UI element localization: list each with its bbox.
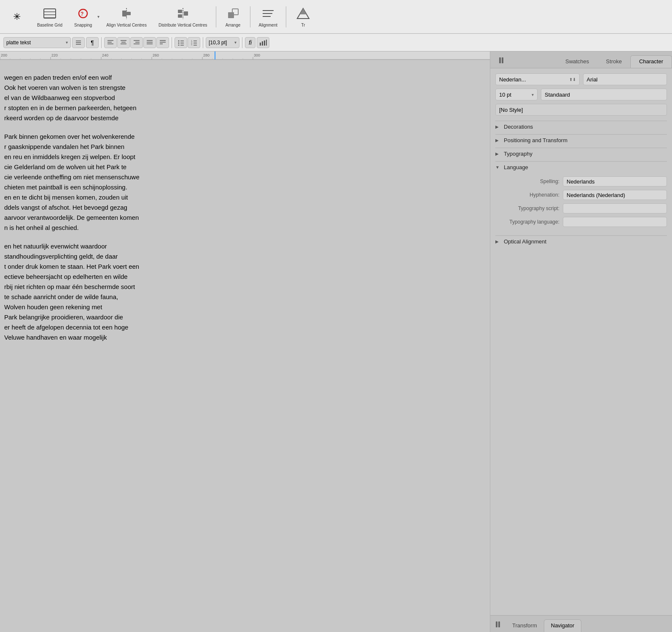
font-style-select[interactable]: platte tekst ▾ [3, 37, 71, 48]
panel-content: Nederlan... ⬆⬇ Arial 10 pt ▾ Standaard [… [490, 68, 672, 615]
svg-text:200: 200 [1, 53, 7, 57]
toolbar-divider-1 [216, 6, 216, 27]
toolbar-divider-2 [250, 6, 250, 27]
font-size-field[interactable]: 10 pt ▾ [495, 89, 538, 100]
align-justify-button[interactable] [143, 37, 156, 48]
alignment-icon [260, 6, 277, 21]
no-style-label: [No Style] [499, 107, 523, 113]
align-last-button[interactable] [156, 37, 169, 48]
decorations-title: Decorations [504, 124, 533, 130]
bottom-pause-button[interactable] [492, 618, 504, 630]
svg-text:300: 300 [254, 53, 260, 57]
font-style-arrow: ▾ [66, 40, 68, 45]
typo-script-field[interactable] [563, 203, 667, 213]
text-paragraph-3: en het natuurlijk evenwicht waardoorstan… [4, 241, 481, 343]
tab-stroke[interactable]: Stroke [597, 56, 630, 68]
section-positioning[interactable]: ▶ Positioning and Transform [495, 134, 667, 146]
asterisk-icon: ✳ [8, 9, 25, 24]
align-vertical-label: Align Vertical Centres [106, 23, 147, 27]
language-header[interactable]: ▼ Language [495, 162, 667, 173]
svg-rect-89 [502, 57, 503, 63]
font-name-field[interactable]: Arial [583, 73, 667, 85]
tab-transform[interactable]: Transform [505, 620, 544, 632]
typo-lang-field[interactable] [563, 217, 667, 227]
spelling-label: Spelling: [495, 178, 563, 184]
font-name-row: Nederlan... ⬆⬇ Arial [495, 73, 667, 85]
optical-chevron: ▶ [495, 239, 501, 244]
distribute-vertical-icon [175, 6, 191, 21]
chart-button[interactable] [257, 37, 269, 48]
transform-button[interactable]: Tr [290, 4, 317, 29]
svg-text:240: 240 [102, 53, 108, 57]
align-right-button[interactable] [130, 37, 143, 48]
tb2-divider-4 [242, 37, 242, 48]
transform-icon [295, 6, 312, 21]
align-left-button[interactable] [104, 37, 117, 48]
svg-rect-12 [184, 11, 188, 16]
align-center-button[interactable] [117, 37, 130, 48]
snapping-arrow[interactable]: ▾ [97, 14, 99, 19]
svg-point-38 [178, 40, 180, 41]
font-size-value: 10 pt [499, 92, 511, 98]
paragraph-mark-button[interactable]: ¶ [86, 37, 99, 48]
baseline-grid-button[interactable]: Baseline Grid [32, 4, 67, 29]
toolbar-asterisk[interactable]: ✳ [3, 8, 30, 26]
fi-ligature-button[interactable]: fi [245, 37, 255, 48]
typo-lang-row: Typography language: [495, 217, 667, 227]
alignment-group [104, 37, 169, 48]
positioning-chevron: ▶ [495, 138, 501, 143]
panel-collapse-button[interactable] [495, 54, 507, 66]
tab-swatches[interactable]: Swatches [557, 56, 597, 68]
alignment-label: Alignment [259, 23, 277, 27]
distribute-vertical-label: Distribute Vertical Centres [159, 23, 207, 27]
indent-decrease-button[interactable] [72, 37, 85, 48]
font-style-field[interactable]: Standaard [541, 89, 667, 100]
text-content-1: wegen en paden treden en/of een wolfOok … [4, 74, 137, 122]
snapping-button[interactable]: ? Snapping [69, 4, 97, 29]
spelling-value[interactable]: Nederlands [563, 176, 667, 186]
svg-rect-7 [122, 11, 126, 16]
alignment-button[interactable]: Alignment [254, 4, 282, 29]
tb2-divider-1 [101, 37, 102, 48]
arrange-label: Arrange [226, 23, 241, 27]
font-size-select[interactable]: [10,3 pt] ▾ [206, 37, 239, 48]
svg-rect-10 [178, 10, 182, 13]
typo-script-label: Typography script: [495, 205, 563, 211]
numbered-list-button[interactable]: 1. 2. 3. [188, 37, 200, 48]
font-size-row: 10 pt ▾ Standaard [495, 89, 667, 100]
fi-ligature-label: fi [249, 39, 252, 46]
hyphenation-value[interactable]: Nederlands (Nederland) [563, 190, 667, 200]
bullet-list-button[interactable] [175, 37, 187, 48]
font-style-label: platte tekst [6, 40, 31, 46]
section-optical[interactable]: ▶ Optical Alignment [495, 235, 667, 247]
svg-rect-51 [262, 41, 263, 46]
arrange-button[interactable]: Arrange [220, 4, 247, 29]
distribute-vertical-button[interactable]: Distribute Vertical Centres [153, 4, 212, 29]
panel-tabs: Swatches Stroke Character [490, 51, 672, 68]
ruler: 200 220 240 260 280 300 [0, 51, 490, 60]
no-style-field[interactable]: [No Style] [495, 104, 667, 116]
align-vertical-button[interactable]: Align Vertical Centres [101, 4, 152, 29]
typography-chevron: ▶ [495, 151, 501, 156]
text-canvas: wegen en paden treden en/of een wolfOok … [0, 60, 490, 632]
svg-text:220: 220 [51, 53, 58, 57]
tab-character[interactable]: Character [630, 55, 672, 68]
font-style-value: Standaard [545, 92, 570, 98]
section-decorations[interactable]: ▶ Decorations [495, 121, 667, 132]
typo-script-row: Typography script: [495, 203, 667, 213]
svg-rect-50 [260, 43, 261, 46]
list-group: 1. 2. 3. [175, 37, 200, 48]
language-content: Spelling: Nederlands Hyphenation: Nederl… [495, 173, 667, 234]
text-format-toolbar: platte tekst ▾ ¶ [0, 34, 672, 51]
svg-marker-19 [300, 8, 306, 14]
svg-text:260: 260 [153, 53, 159, 57]
right-panel: Swatches Stroke Character Nederlan... ⬆⬇… [490, 51, 672, 632]
svg-rect-53 [266, 40, 267, 46]
svg-point-40 [178, 42, 180, 43]
text-paragraph-1: wegen en paden treden en/of een wolfOok … [4, 73, 481, 123]
snapping-icon: ? [75, 6, 91, 21]
tab-navigator[interactable]: Navigator [544, 619, 582, 632]
svg-rect-0 [44, 9, 56, 18]
font-language-select[interactable]: Nederlan... ⬆⬇ [495, 73, 580, 85]
section-typography[interactable]: ▶ Typography [495, 148, 667, 159]
